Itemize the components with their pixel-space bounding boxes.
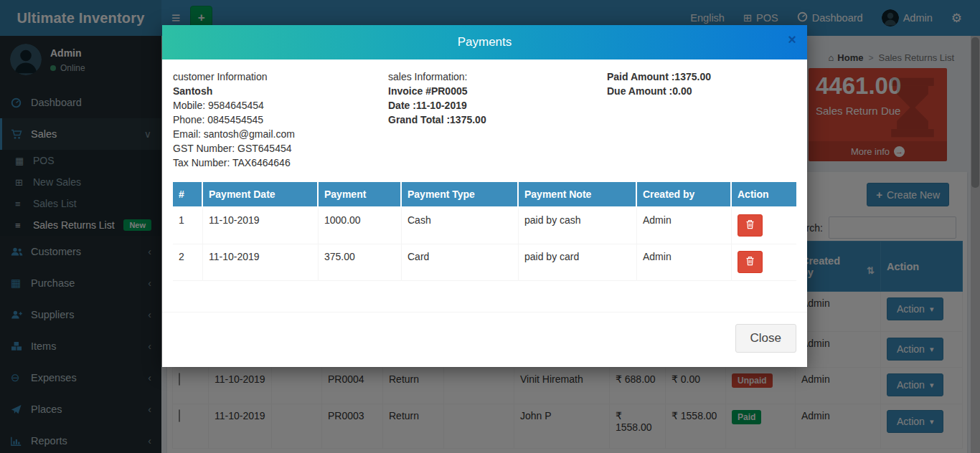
payment-row: 2 11-10-2019 375.00 Card paid by card Ad…: [173, 244, 796, 281]
customer-email: Email: santosh@gmail.com: [173, 127, 388, 141]
column-payment-note: Payment Note: [519, 182, 637, 208]
customer-information: customer Information Santosh Mobile: 958…: [173, 70, 388, 170]
sales-grand-total: Grand Total :1375.00: [388, 113, 607, 127]
sales-info-heading: sales Information:: [388, 70, 607, 84]
sales-invoice: Invoice #PR0005: [388, 84, 607, 98]
sales-date: Date :11-10-2019: [388, 98, 607, 113]
close-button[interactable]: Close: [735, 324, 796, 353]
delete-payment-button[interactable]: [738, 214, 763, 237]
modal-header: Payments ×: [162, 25, 807, 59]
close-icon[interactable]: ×: [788, 32, 796, 48]
due-amount: Due Amount :0.00: [607, 84, 711, 98]
payments-modal: Payments × customer Information Santosh …: [162, 25, 807, 367]
column-created-by: Created by: [637, 182, 732, 208]
trash-icon: [745, 219, 755, 232]
customer-info-heading: customer Information: [173, 70, 388, 84]
payments-table: # Payment Date Payment Payment Type Paym…: [173, 182, 796, 281]
customer-mobile: Mobile: 9584645454: [173, 98, 388, 113]
customer-phone: Phone: 0845454545: [173, 113, 388, 127]
column-num: #: [173, 182, 203, 208]
column-action: Action: [732, 182, 796, 208]
customer-gst: GST Number: GST645454: [173, 141, 388, 156]
amount-summary: Paid Amount :1375.00 Due Amount :0.00: [607, 70, 711, 170]
modal-title: Payments: [162, 25, 807, 59]
modal-body: customer Information Santosh Mobile: 958…: [162, 59, 807, 312]
column-payment-type: Payment Type: [402, 182, 519, 208]
payments-header-row: # Payment Date Payment Payment Type Paym…: [173, 182, 796, 208]
payment-row: 1 11-10-2019 1000.00 Cash paid by cash A…: [173, 208, 796, 244]
column-payment-date: Payment Date: [203, 182, 319, 208]
sales-information: sales Information: Invoice #PR0005 Date …: [388, 70, 607, 170]
customer-tax: Tax Number: TAX6464646: [173, 156, 388, 170]
customer-name: Santosh: [173, 84, 388, 98]
column-payment: Payment: [319, 182, 402, 208]
paid-amount: Paid Amount :1375.00: [607, 70, 711, 84]
trash-icon: [745, 256, 755, 268]
delete-payment-button[interactable]: [738, 251, 763, 273]
modal-footer: Close: [162, 312, 807, 367]
